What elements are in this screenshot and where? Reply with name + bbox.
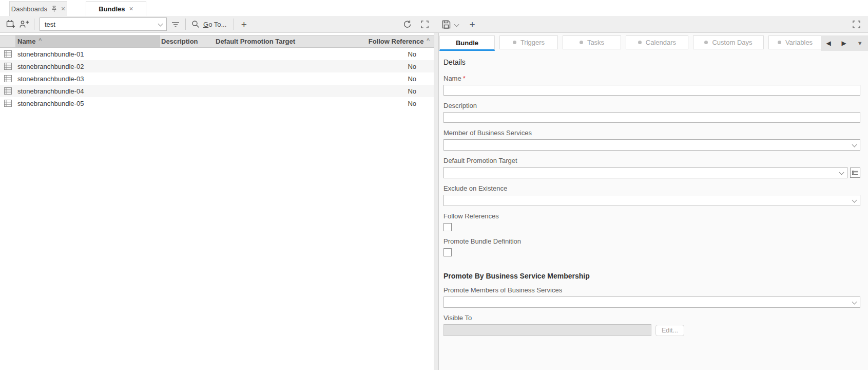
column-header-name[interactable]: Name ^ <box>15 35 160 47</box>
chevron-down-icon <box>852 300 857 305</box>
save-icon[interactable] <box>439 17 453 31</box>
details-list-icon <box>852 170 858 176</box>
tab-tasks[interactable]: Tasks <box>563 35 621 49</box>
close-icon[interactable]: × <box>129 5 133 13</box>
toolbar-left-group: test Go To... + <box>4 17 250 31</box>
table-row[interactable]: stonebranchbundle-01 No <box>0 48 434 60</box>
add-user-icon[interactable] <box>17 17 31 31</box>
follow-references-checkbox[interactable] <box>443 223 452 231</box>
column-header-follow-reference[interactable]: Follow Reference^ <box>336 38 434 45</box>
description-field[interactable] <box>443 112 860 123</box>
new-record-button[interactable]: + <box>237 17 250 31</box>
default-promotion-target-select[interactable] <box>443 167 847 178</box>
window-tab-bar: Dashboards × Bundles × <box>0 0 868 16</box>
visible-to-label: Visible To <box>443 314 860 322</box>
search-icon[interactable] <box>189 17 202 31</box>
list-actions-group <box>400 17 431 31</box>
promote-members-select[interactable] <box>443 297 860 308</box>
tab-bullet-icon <box>704 41 708 44</box>
exclude-on-existence-select[interactable] <box>443 195 860 206</box>
exclude-on-existence-label: Exclude on Existence <box>443 184 860 192</box>
tab-bullet-icon <box>513 41 516 44</box>
toolbar-far-right <box>850 17 863 31</box>
name-field[interactable] <box>443 85 860 96</box>
list-filter-value: test <box>45 21 55 28</box>
table-row[interactable]: stonebranchbundle-04 No <box>0 85 434 97</box>
close-icon[interactable]: × <box>61 5 65 13</box>
maximize-detail-icon[interactable] <box>850 17 863 31</box>
bundles-app: Dashboards × Bundles × test <box>0 0 868 370</box>
grid-header-icon-column <box>0 35 15 47</box>
table-row[interactable]: stonebranchbundle-02 No <box>0 60 434 72</box>
table-row[interactable]: stonebranchbundle-03 No <box>0 72 434 85</box>
detail-tab-bar: Bundle Triggers Tasks Calendars Custom D… <box>439 35 822 51</box>
cell-name: stonebranchbundle-05 <box>15 100 160 107</box>
description-label: Description <box>443 102 860 109</box>
new-detail-record-button[interactable]: + <box>466 17 479 31</box>
maximize-list-icon[interactable] <box>418 17 431 31</box>
name-label: Name* <box>443 75 860 82</box>
panel-splitter[interactable] <box>434 33 439 370</box>
tab-scroll-left-icon[interactable]: ◀ <box>826 40 831 47</box>
tab-triggers[interactable]: Triggers <box>499 35 558 49</box>
promotion-target-details-button[interactable] <box>850 168 860 178</box>
grid-header-row: Name ^ Description Default Promotion Tar… <box>0 35 434 48</box>
cell-follow-reference: No <box>336 63 434 70</box>
tab-bullet-icon <box>778 41 781 44</box>
promote-bundle-definition-checkbox[interactable] <box>443 248 452 256</box>
column-header-default-promotion-target[interactable]: Default Promotion Target <box>215 38 336 45</box>
chevron-down-icon <box>852 198 857 203</box>
promote-section-heading: Promote By Business Service Membership <box>443 272 860 280</box>
tab-bullet-icon <box>580 41 583 44</box>
cell-follow-reference: No <box>336 87 434 95</box>
promote-members-label: Promote Members of Business Services <box>443 286 860 294</box>
tab-variables[interactable]: Variables <box>768 35 822 49</box>
tab-calendars[interactable]: Calendars <box>626 35 688 49</box>
chevron-down-icon <box>852 142 857 147</box>
column-header-description[interactable]: Description <box>160 38 215 45</box>
save-options-chevron-icon[interactable] <box>454 22 459 27</box>
default-promotion-target-row <box>443 164 860 178</box>
visible-to-field <box>443 324 651 336</box>
tab-list-menu-icon[interactable]: ▼ <box>857 40 863 46</box>
tab-scroll-right-icon[interactable]: ▶ <box>842 40 846 47</box>
chevron-down-icon <box>839 170 844 175</box>
visible-to-edit-button[interactable]: Edit... <box>655 325 684 336</box>
tab-bundle[interactable]: Bundle <box>439 35 495 51</box>
go-to-button[interactable]: Go To... <box>203 21 226 28</box>
bundle-record-icon <box>0 87 15 95</box>
cell-follow-reference: No <box>336 75 434 83</box>
refresh-icon[interactable] <box>400 17 414 31</box>
bundle-record-icon <box>0 75 15 82</box>
follow-references-label: Follow References <box>443 212 860 220</box>
sort-asc-icon: ^ <box>427 37 430 44</box>
toolbar-separator <box>234 18 234 30</box>
bundle-record-icon <box>0 63 15 70</box>
promote-bundle-definition-label: Promote Bundle Definition <box>443 237 860 245</box>
plus-icon: + <box>469 20 475 29</box>
cell-name: stonebranchbundle-03 <box>15 75 160 83</box>
member-of-business-services-select[interactable] <box>443 139 860 151</box>
table-row[interactable]: stonebranchbundle-05 No <box>0 97 434 109</box>
detail-actions-group: + <box>439 17 479 31</box>
sort-asc-icon: ^ <box>38 37 42 44</box>
cell-follow-reference: No <box>336 50 434 58</box>
filter-icon[interactable] <box>169 17 182 31</box>
tab-bundles-label: Bundles <box>99 5 125 13</box>
pin-icon[interactable] <box>51 6 57 12</box>
cell-name: stonebranchbundle-04 <box>15 87 160 95</box>
bundle-record-icon <box>0 50 15 58</box>
tab-bundles[interactable]: Bundles × <box>86 1 146 16</box>
cell-name: stonebranchbundle-02 <box>15 63 160 70</box>
bundle-form: Details Name* Description Member of Busi… <box>439 51 868 370</box>
tab-dashboards[interactable]: Dashboards × <box>9 1 67 16</box>
tab-custom-days[interactable]: Custom Days <box>693 35 764 49</box>
toolbar-separator <box>34 18 34 30</box>
details-heading: Details <box>443 58 860 66</box>
tab-scroll-controls: ◀ ▶ ▼ <box>821 35 868 51</box>
tab-bullet-icon <box>638 41 642 44</box>
new-trigger-calendar-icon[interactable] <box>4 17 17 31</box>
chevron-down-icon <box>158 22 163 27</box>
bundle-record-icon <box>0 100 15 107</box>
list-filter-select[interactable]: test <box>40 17 167 31</box>
